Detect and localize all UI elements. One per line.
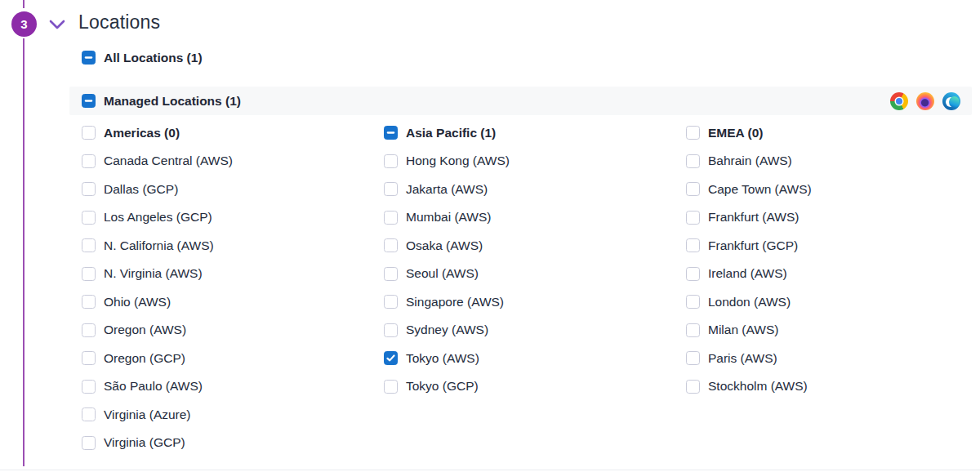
location-checkbox-london-aws[interactable] bbox=[686, 295, 700, 309]
location-label: São Paulo (AWS) bbox=[104, 379, 203, 394]
location-row-n-california-aws[interactable]: N. California (AWS) bbox=[82, 237, 384, 254]
location-label: Jakarta (AWS) bbox=[406, 182, 488, 197]
location-label: Cape Town (AWS) bbox=[708, 182, 812, 197]
location-checkbox-los-angeles-gcp[interactable] bbox=[82, 211, 96, 225]
region-header-asia-pacific-1[interactable]: Asia Pacific (1) bbox=[384, 124, 686, 141]
location-checkbox-frankfurt-aws[interactable] bbox=[686, 211, 700, 225]
location-row-oregon-aws[interactable]: Oregon (AWS) bbox=[82, 322, 384, 339]
location-checkbox-virginia-azure[interactable] bbox=[82, 407, 96, 421]
location-row-canada-central-aws[interactable]: Canada Central (AWS) bbox=[82, 153, 384, 170]
location-label: Frankfurt (GCP) bbox=[708, 238, 798, 253]
all-locations-row[interactable]: All Locations (1) bbox=[82, 49, 203, 66]
location-label: Oregon (AWS) bbox=[104, 323, 186, 337]
check-icon bbox=[386, 354, 395, 363]
location-checkbox-mumbai-aws[interactable] bbox=[384, 211, 398, 225]
location-row-mumbai-aws[interactable]: Mumbai (AWS) bbox=[384, 209, 686, 226]
location-checkbox-osaka-aws[interactable] bbox=[384, 238, 398, 252]
managed-locations-checkbox[interactable] bbox=[82, 94, 96, 108]
location-row-bahrain-aws[interactable]: Bahrain (AWS) bbox=[686, 153, 812, 170]
managed-locations-label: Managed Locations (1) bbox=[104, 94, 241, 109]
edge-icon bbox=[942, 92, 960, 110]
region-header-emea-0[interactable]: EMEA (0) bbox=[686, 124, 812, 141]
region-label: Asia Pacific (1) bbox=[406, 126, 496, 140]
location-row-milan-aws[interactable]: Milan (AWS) bbox=[686, 322, 812, 339]
location-label: Dallas (GCP) bbox=[104, 182, 178, 197]
location-row-ireland-aws[interactable]: Ireland (AWS) bbox=[686, 265, 812, 283]
managed-locations-bar: Managed Locations (1) bbox=[69, 87, 972, 115]
location-checkbox-n-california-aws[interactable] bbox=[82, 238, 96, 252]
location-label: Virginia (Azure) bbox=[104, 407, 191, 422]
location-checkbox-milan-aws[interactable] bbox=[686, 323, 700, 337]
location-checkbox-tokyo-gcp[interactable] bbox=[384, 380, 398, 394]
location-checkbox-tokyo-aws[interactable] bbox=[384, 351, 398, 365]
location-checkbox-virginia-gcp[interactable] bbox=[82, 436, 96, 450]
location-row-seoul-aws[interactable]: Seoul (AWS) bbox=[384, 265, 686, 283]
location-row-oregon-gcp[interactable]: Oregon (GCP) bbox=[82, 350, 384, 367]
location-label: Milan (AWS) bbox=[708, 323, 778, 337]
location-row-frankfurt-aws[interactable]: Frankfurt (AWS) bbox=[686, 209, 812, 226]
location-row-cape-town-aws[interactable]: Cape Town (AWS) bbox=[686, 180, 812, 198]
location-row-london-aws[interactable]: London (AWS) bbox=[686, 293, 812, 310]
location-row-n-virginia-aws[interactable]: N. Virginia (AWS) bbox=[82, 265, 384, 283]
all-locations-label: All Locations (1) bbox=[104, 51, 203, 65]
location-checkbox-oregon-aws[interactable] bbox=[82, 323, 96, 337]
location-checkbox-cape-town-aws[interactable] bbox=[686, 182, 700, 196]
location-row-hong-kong-aws[interactable]: Hong Kong (AWS) bbox=[384, 153, 686, 170]
section-bottom-divider bbox=[0, 470, 980, 470]
location-label: Virginia (GCP) bbox=[104, 435, 185, 450]
location-label: N. California (AWS) bbox=[104, 238, 214, 253]
location-checkbox-oregon-gcp[interactable] bbox=[82, 351, 96, 365]
location-row-paris-aws[interactable]: Paris (AWS) bbox=[686, 350, 812, 367]
location-label: Hong Kong (AWS) bbox=[406, 154, 510, 168]
location-checkbox-hong-kong-aws[interactable] bbox=[384, 154, 398, 168]
location-row-sydney-aws[interactable]: Sydney (AWS) bbox=[384, 322, 686, 339]
location-row-jakarta-aws[interactable]: Jakarta (AWS) bbox=[384, 180, 686, 198]
location-row-dallas-gcp[interactable]: Dallas (GCP) bbox=[82, 180, 384, 198]
location-checkbox-dallas-gcp[interactable] bbox=[82, 182, 96, 196]
location-label: Ireland (AWS) bbox=[708, 266, 787, 281]
region-header-americas-0[interactable]: Americas (0) bbox=[82, 124, 384, 141]
location-checkbox-ireland-aws[interactable] bbox=[686, 267, 700, 281]
location-checkbox-s-o-paulo-aws[interactable] bbox=[82, 380, 96, 394]
location-label: N. Virginia (AWS) bbox=[104, 266, 203, 281]
location-checkbox-frankfurt-gcp[interactable] bbox=[686, 238, 700, 252]
indeterminate-dash-icon bbox=[84, 96, 93, 105]
section-title: Locations bbox=[78, 11, 160, 33]
location-row-s-o-paulo-aws[interactable]: São Paulo (AWS) bbox=[82, 378, 384, 395]
chevron-down-icon bbox=[47, 16, 67, 33]
location-checkbox-singapore-aws[interactable] bbox=[384, 295, 398, 309]
location-checkbox-stockholm-aws[interactable] bbox=[686, 380, 700, 394]
location-checkbox-canada-central-aws[interactable] bbox=[82, 154, 96, 168]
location-checkbox-bahrain-aws[interactable] bbox=[686, 154, 700, 168]
region-checkbox-americas-0[interactable] bbox=[82, 126, 96, 140]
location-row-los-angeles-gcp[interactable]: Los Angeles (GCP) bbox=[82, 209, 384, 226]
location-row-stockholm-aws[interactable]: Stockholm (AWS) bbox=[686, 378, 812, 395]
location-label: Mumbai (AWS) bbox=[406, 210, 492, 225]
firefox-icon bbox=[916, 92, 934, 110]
indeterminate-dash-icon bbox=[84, 53, 93, 62]
location-label: Frankfurt (AWS) bbox=[708, 210, 799, 225]
location-checkbox-ohio-aws[interactable] bbox=[82, 295, 96, 309]
step-number-badge: 3 bbox=[11, 11, 37, 37]
location-row-singapore-aws[interactable]: Singapore (AWS) bbox=[384, 293, 686, 310]
location-checkbox-jakarta-aws[interactable] bbox=[384, 182, 398, 196]
region-checkbox-emea-0[interactable] bbox=[686, 126, 700, 140]
location-row-tokyo-gcp[interactable]: Tokyo (GCP) bbox=[384, 378, 686, 395]
region-checkbox-asia-pacific-1[interactable] bbox=[384, 126, 398, 140]
location-row-ohio-aws[interactable]: Ohio (AWS) bbox=[82, 293, 384, 310]
location-row-osaka-aws[interactable]: Osaka (AWS) bbox=[384, 237, 686, 254]
location-row-virginia-gcp[interactable]: Virginia (GCP) bbox=[82, 434, 384, 452]
collapse-section-button[interactable] bbox=[47, 16, 67, 33]
all-locations-checkbox[interactable] bbox=[82, 51, 96, 65]
managed-locations-row[interactable]: Managed Locations (1) bbox=[82, 92, 241, 109]
location-label: Singapore (AWS) bbox=[406, 295, 504, 309]
location-checkbox-sydney-aws[interactable] bbox=[384, 323, 398, 337]
location-row-virginia-azure[interactable]: Virginia (Azure) bbox=[82, 406, 384, 423]
location-row-tokyo-aws[interactable]: Tokyo (AWS) bbox=[384, 350, 686, 367]
location-checkbox-n-virginia-aws[interactable] bbox=[82, 267, 96, 281]
location-checkbox-paris-aws[interactable] bbox=[686, 351, 700, 365]
region-label: EMEA (0) bbox=[708, 126, 763, 140]
location-label: Paris (AWS) bbox=[708, 351, 777, 366]
location-row-frankfurt-gcp[interactable]: Frankfurt (GCP) bbox=[686, 237, 812, 254]
location-checkbox-seoul-aws[interactable] bbox=[384, 267, 398, 281]
